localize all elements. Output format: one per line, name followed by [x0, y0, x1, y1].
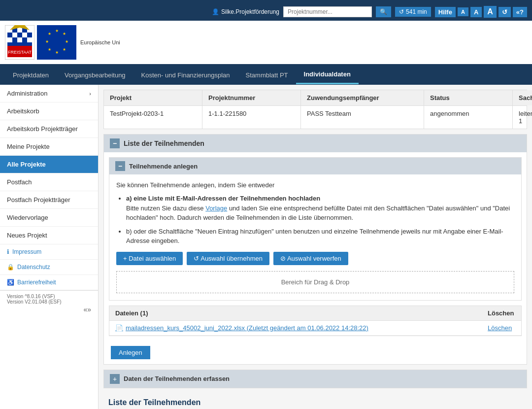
svg-text:★: ★: [65, 39, 68, 44]
daten-section-title: Daten der Teilnehmenden erfassen: [124, 375, 230, 382]
datei-auswaehlen-button[interactable]: + Datei auswählen: [116, 252, 183, 265]
intro-text: Sie können Teilnehmende anlegen, indem S…: [116, 181, 514, 189]
hilfe-button[interactable]: Hilfe: [435, 7, 456, 17]
sidebar: Administration › Arbeitskorb Arbeitskorb…: [0, 85, 99, 409]
sidebar-collapse-button[interactable]: «»: [83, 306, 91, 313]
reload-button[interactable]: ↺: [499, 7, 511, 17]
sidebar-item-meine-projekte[interactable]: Meine Projekte: [0, 138, 98, 156]
font-size-controls: Hilfe A A A ↺ «?: [435, 6, 527, 18]
svg-text:FREISTAAT: FREISTAAT: [8, 50, 32, 55]
tab-stammblatt-pt[interactable]: Stammblatt PT: [238, 67, 296, 84]
tab-kosten-finanzierungsplan[interactable]: Kosten- und Finanzierungsplan: [133, 67, 238, 84]
collapse-button[interactable]: «?: [513, 7, 527, 17]
bullet-b-label: b) oder die Schaltfläche "Neuen Eintrag …: [126, 228, 503, 245]
auswahl-uebernehmen-button[interactable]: ↺ Auswahl übernehmen: [187, 252, 269, 265]
svg-rect-8: [12, 33, 17, 37]
sidebar-item-wiedervorlage[interactable]: Wiedervorlage: [0, 209, 98, 227]
tab-individualdaten[interactable]: Individualdaten: [296, 66, 359, 84]
col-projekt: Projekt: [104, 90, 202, 105]
svg-rect-16: [27, 37, 32, 42]
file-action-buttons: + Datei auswählen ↺ Auswahl übernehmen ⊘…: [116, 252, 514, 265]
col-zuwendungsempfaenger: Zuwendungsempfänger: [301, 90, 424, 105]
eu-logo: ★ ★ ★ ★ ★ ★ ★ ★: [37, 25, 76, 60]
col-loeschen: Löschen: [482, 306, 521, 320]
sidebar-label-arbeitskorb: Arbeitskorb: [7, 107, 39, 115]
font-small-button[interactable]: A: [458, 7, 468, 16]
impressum-link[interactable]: ℹ Impressum: [0, 244, 98, 260]
file-delete-cell: Löschen: [482, 321, 521, 335]
bullet-item-a: a) eine Liste mit E-Mail-Adressen der Te…: [126, 194, 514, 223]
svg-rect-4: [17, 28, 22, 33]
search-button[interactable]: 🔍: [376, 6, 391, 17]
font-large-button[interactable]: A: [484, 6, 497, 18]
svg-rect-14: [17, 37, 22, 42]
svg-rect-13: [12, 37, 17, 42]
sidebar-item-postfach-pt[interactable]: Postfach Projektträger: [0, 191, 98, 209]
file-name-text: mailadressen_kurs_45002_juni_2022.xlsx (…: [126, 324, 368, 332]
bavaria-logo: FREISTAAT: [5, 25, 34, 60]
file-name-link[interactable]: 📄 mailadressen_kurs_45002_juni_2022.xlsx…: [109, 321, 482, 335]
daten-section-toggle[interactable]: +: [110, 374, 120, 384]
main-content: Projekt Projektnummer Zuwendungsempfänge…: [99, 85, 532, 409]
liste-der-teilnehmenden-section: − Liste der Teilnehmenden − Teilnehmende…: [103, 134, 527, 365]
sidebar-item-postfach[interactable]: Postfach: [0, 173, 98, 191]
teilnehmende-anlegen-toggle[interactable]: −: [115, 161, 125, 171]
info-icon: ℹ: [7, 248, 9, 255]
bullet-item-b: b) oder die Schaltfläche "Neuen Eintrag …: [126, 227, 514, 246]
sidebar-label-postfach: Postfach: [7, 178, 32, 186]
font-medium-button[interactable]: A: [470, 7, 482, 17]
projektnummer-value: 1-1.1-221580: [202, 106, 301, 129]
auswahl-verwerfen-button[interactable]: ⊘ Auswahl verwerfen: [273, 252, 348, 265]
svg-rect-15: [22, 37, 27, 42]
sidebar-item-alle-projekte[interactable]: Alle Projekte: [0, 156, 98, 173]
barrierefreiheit-link[interactable]: ♿ Barrierefreiheit: [0, 275, 98, 290]
liste-title: Liste der Teilnehmenden: [108, 398, 522, 407]
svg-text:★: ★: [63, 47, 66, 52]
svg-rect-10: [22, 33, 27, 37]
sidebar-item-administration[interactable]: Administration ›: [0, 85, 98, 102]
drop-zone[interactable]: Bereich für Drag & Drop: [116, 271, 514, 293]
sidebar-label-administration: Administration: [7, 90, 47, 97]
anlegen-button[interactable]: Anlegen: [111, 346, 150, 359]
daten-section: + Daten der Teilnehmenden erfassen: [103, 370, 527, 388]
svg-text:★: ★: [63, 32, 66, 36]
liste-section-body: − Teilnehmende anlegen Sie können Teilne…: [104, 157, 527, 364]
project-search-input[interactable]: [283, 6, 372, 17]
file-loeschen-link[interactable]: Löschen: [488, 324, 512, 332]
sidebar-label-meine-projekte: Meine Projekte: [7, 143, 50, 150]
files-header: Dateien (1) Löschen: [109, 306, 521, 321]
liste-section-toggle[interactable]: −: [110, 138, 120, 148]
file-row: 📄 mailadressen_kurs_45002_juni_2022.xlsx…: [109, 321, 521, 336]
sidebar-item-neues-projekt[interactable]: Neues Projekt: [0, 227, 98, 244]
username-label: Silke.Projektförderung: [221, 8, 279, 15]
user-info: 👤 Silke.Projektförderung: [212, 8, 279, 15]
svg-rect-9: [17, 33, 22, 37]
lock-icon: 🔒: [7, 264, 14, 271]
refresh-icon[interactable]: ↺: [399, 8, 404, 15]
sidebar-label-neues-projekt: Neues Projekt: [7, 232, 47, 239]
teilnehmende-anlegen-header: − Teilnehmende anlegen: [109, 158, 521, 174]
svg-text:★: ★: [48, 47, 51, 52]
instructions-list: a) eine Liste mit E-Mail-Adressen der Te…: [126, 194, 514, 246]
tab-vorgangsbearbeitung[interactable]: Vorgangsbearbeitung: [57, 67, 133, 84]
tab-projektdaten[interactable]: Projektdaten: [5, 67, 57, 84]
col-sachbearbeiter: Sachbearbeiter: [513, 90, 532, 105]
timer-label: 541 min: [406, 8, 427, 15]
files-count-label: Dateien (1): [109, 306, 482, 320]
arrow-icon: ›: [89, 91, 91, 97]
sidebar-item-arbeitskorb-pt[interactable]: Arbeitskorb Projektträger: [0, 120, 98, 138]
vorlage-link[interactable]: Vorlage: [205, 204, 227, 212]
svg-rect-7: [7, 33, 12, 37]
zuwendungsempfaenger-value: PASS Testteam: [301, 106, 424, 129]
datenschutz-link[interactable]: 🔒 Datenschutz: [0, 260, 98, 275]
file-icon: 📄: [115, 324, 123, 332]
svg-rect-11: [27, 33, 32, 37]
logo-bar: FREISTAAT ★ ★ ★ ★ ★ ★ ★ ★ Europäische Un…: [0, 21, 532, 65]
sidebar-label-postfach-pt: Postfach Projektträger: [7, 196, 70, 204]
svg-text:★: ★: [48, 32, 51, 36]
datenschutz-label: Datenschutz: [17, 264, 50, 271]
daten-section-header: + Daten der Teilnehmenden erfassen: [104, 370, 527, 388]
svg-text:★: ★: [45, 39, 49, 44]
version2-label: Version V2.01.048 (ESF): [7, 299, 91, 305]
sidebar-item-arbeitskorb[interactable]: Arbeitskorb: [0, 102, 98, 120]
